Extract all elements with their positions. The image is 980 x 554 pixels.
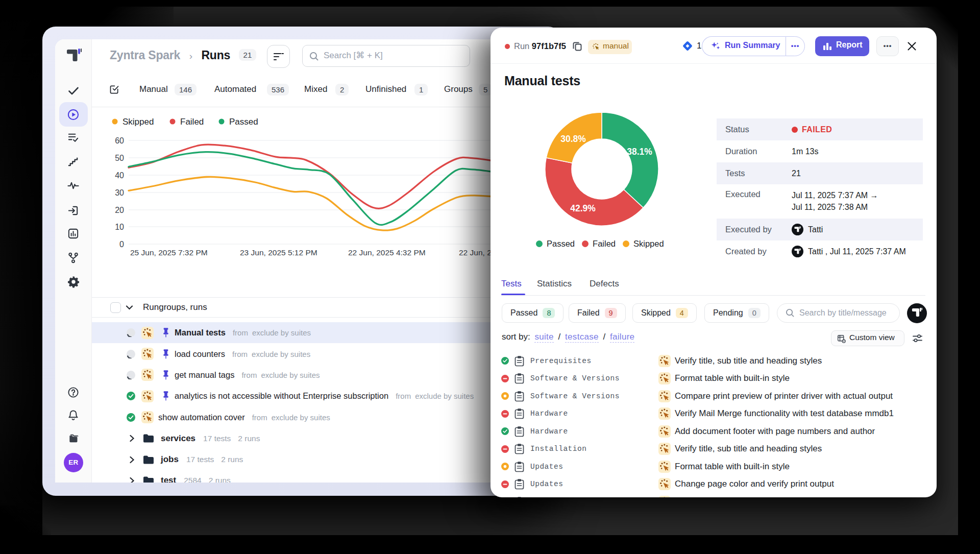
svg-text:10: 10 bbox=[115, 223, 124, 231]
svg-text:60: 60 bbox=[115, 136, 124, 145]
svg-text:25 Jun, 2025 7:32 PM: 25 Jun, 2025 7:32 PM bbox=[130, 248, 208, 257]
svg-text:50: 50 bbox=[115, 154, 124, 162]
svg-text:23 Jun, 2025 5:12 PM: 23 Jun, 2025 5:12 PM bbox=[240, 248, 317, 257]
svg-text:30.8%: 30.8% bbox=[560, 134, 586, 144]
svg-text:42.9%: 42.9% bbox=[570, 203, 596, 213]
svg-text:20: 20 bbox=[115, 206, 124, 214]
svg-text:38.1%: 38.1% bbox=[627, 147, 652, 157]
svg-text:Failed: Failed bbox=[180, 117, 204, 127]
svg-text:Skipped: Skipped bbox=[122, 117, 154, 127]
svg-text:0: 0 bbox=[119, 240, 124, 249]
svg-text:40: 40 bbox=[115, 171, 124, 180]
svg-text:Passed: Passed bbox=[229, 117, 258, 127]
svg-text:22 Jun, 2025 4:32 PM: 22 Jun, 2025 4:32 PM bbox=[348, 248, 426, 257]
svg-text:30: 30 bbox=[115, 188, 124, 197]
